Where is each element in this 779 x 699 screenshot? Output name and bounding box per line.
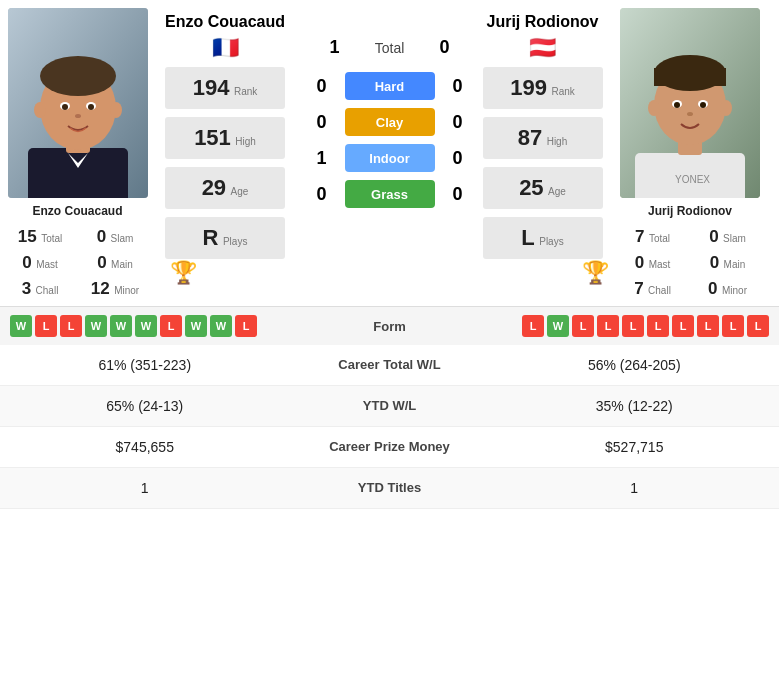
- grass-badge: Grass: [345, 180, 435, 208]
- right-slam-cell: 0 Slam: [690, 224, 765, 250]
- indoor-badge: Indoor: [345, 144, 435, 172]
- right-rank: 199 Rank: [483, 67, 603, 109]
- stats-center-2: Career Prize Money: [290, 427, 490, 467]
- svg-point-26: [648, 100, 660, 116]
- right-grass-score: 0: [443, 184, 473, 205]
- left-grass-score: 0: [307, 184, 337, 205]
- left-form-badge: L: [60, 315, 82, 337]
- left-flag: 🇫🇷: [212, 35, 239, 61]
- right-hard-score: 0: [443, 76, 473, 97]
- right-form-badge: L: [722, 315, 744, 337]
- stats-right-1: 35% (12-22): [490, 386, 780, 426]
- right-form-badge: L: [647, 315, 669, 337]
- left-age: 29 Age: [165, 167, 285, 209]
- left-main-value: 0: [97, 253, 106, 272]
- stats-row: 65% (24-13) YTD W/L 35% (12-22): [0, 386, 779, 427]
- main-container: Enzo Couacaud 15 Total 0 Slam 0 Mast: [0, 0, 779, 509]
- stats-section: 61% (351-223) Career Total W/L 56% (264-…: [0, 345, 779, 509]
- left-slam-label: Slam: [111, 233, 134, 244]
- svg-point-23: [674, 102, 680, 108]
- header-section: Enzo Couacaud 15 Total 0 Slam 0 Mast: [0, 0, 779, 310]
- left-player-photo: [8, 8, 148, 198]
- right-total-label: Total: [649, 233, 670, 244]
- hard-row: 0 Hard 0: [307, 72, 473, 100]
- left-rank-label: Rank: [234, 86, 257, 97]
- stats-row: 1 YTD Titles 1: [0, 468, 779, 509]
- left-form-badge: W: [135, 315, 157, 337]
- indoor-label: Indoor: [369, 151, 409, 166]
- left-player-data: Enzo Couacaud 🇫🇷 194 Rank 151 High 29 Ag…: [155, 8, 295, 259]
- right-mast-value: 0: [635, 253, 644, 272]
- left-form-badge: W: [10, 315, 32, 337]
- left-minor-label: Minor: [114, 285, 139, 296]
- left-main-cell: 0 Main: [78, 250, 153, 276]
- right-slam-value: 0: [709, 227, 718, 246]
- left-chall-label: Chall: [36, 285, 59, 296]
- hard-label: Hard: [375, 79, 405, 94]
- right-total-cell: 7 Total: [615, 224, 690, 250]
- center-court-section: 1 Total 0 0 Hard 0 0 Clay 0: [307, 8, 473, 302]
- right-chall-value: 7: [634, 279, 643, 298]
- stats-row: 61% (351-223) Career Total W/L 56% (264-…: [0, 345, 779, 386]
- right-player-photo: YONEX: [620, 8, 760, 198]
- left-form-badges: WLLWWWLWWL: [10, 315, 340, 337]
- form-section: WLLWWWLWWL Form LWLLLLLLLL: [0, 306, 779, 345]
- right-high-label: High: [547, 136, 568, 147]
- left-slam-cell: 0 Slam: [78, 224, 153, 250]
- right-indoor-score: 0: [443, 148, 473, 169]
- right-minor-label: Minor: [722, 285, 747, 296]
- total-row: 1 Total 0: [307, 37, 473, 58]
- left-minor-value: 12: [91, 279, 110, 298]
- stats-left-1: 65% (24-13): [0, 386, 290, 426]
- left-hard-score: 0: [307, 76, 337, 97]
- left-total-value: 15: [18, 227, 37, 246]
- left-indoor-score: 1: [307, 148, 337, 169]
- stats-left-2: $745,655: [0, 427, 290, 467]
- left-main-label: Main: [111, 259, 133, 270]
- clay-badge: Clay: [345, 108, 435, 136]
- left-stats-grid: 15 Total 0 Slam 0 Mast: [3, 224, 153, 302]
- right-plays: L Plays: [483, 217, 603, 259]
- left-form-badge: W: [185, 315, 207, 337]
- svg-point-10: [88, 104, 94, 110]
- left-plays: R Plays: [165, 217, 285, 259]
- left-minor-cell: 12 Minor: [78, 276, 153, 302]
- left-form-badge: W: [210, 315, 232, 337]
- svg-point-25: [687, 112, 693, 116]
- right-player-name-below: Jurij Rodionov: [648, 204, 732, 218]
- right-rank-value: 199: [510, 75, 547, 100]
- grass-label: Grass: [371, 187, 408, 202]
- svg-point-12: [34, 102, 46, 118]
- left-high-value: 151: [194, 125, 231, 150]
- left-form-badge: L: [160, 315, 182, 337]
- svg-text:YONEX: YONEX: [675, 174, 710, 185]
- right-rank-label: Rank: [551, 86, 574, 97]
- right-minor-cell: 0 Minor: [690, 276, 765, 302]
- left-total-score: 1: [320, 37, 350, 58]
- stats-left-0: 61% (351-223): [0, 345, 290, 385]
- left-age-value: 29: [202, 175, 226, 200]
- svg-point-24: [700, 102, 706, 108]
- right-form-badge: L: [672, 315, 694, 337]
- right-form-badge: L: [522, 315, 544, 337]
- right-main-value: 0: [710, 253, 719, 272]
- indoor-row: 1 Indoor 0: [307, 144, 473, 172]
- right-minor-value: 0: [708, 279, 717, 298]
- right-total-value: 7: [635, 227, 644, 246]
- stats-center-3: YTD Titles: [290, 468, 490, 508]
- clay-label: Clay: [376, 115, 403, 130]
- left-trophy-icon: 🏆: [170, 260, 197, 286]
- right-form-badge: L: [622, 315, 644, 337]
- right-form-badge: L: [572, 315, 594, 337]
- right-player-data: Jurij Rodionov 🇦🇹 199 Rank 87 High 25 Ag…: [473, 8, 613, 259]
- right-plays-value: L: [521, 225, 534, 250]
- left-form-badge: L: [235, 315, 257, 337]
- svg-point-27: [720, 100, 732, 116]
- right-chall-label: Chall: [648, 285, 671, 296]
- left-form-badge: W: [110, 315, 132, 337]
- left-chall-cell: 3 Chall: [3, 276, 78, 302]
- right-plays-label: Plays: [539, 236, 563, 247]
- left-chall-value: 3: [22, 279, 31, 298]
- right-form-badge: L: [597, 315, 619, 337]
- right-main-label: Main: [724, 259, 746, 270]
